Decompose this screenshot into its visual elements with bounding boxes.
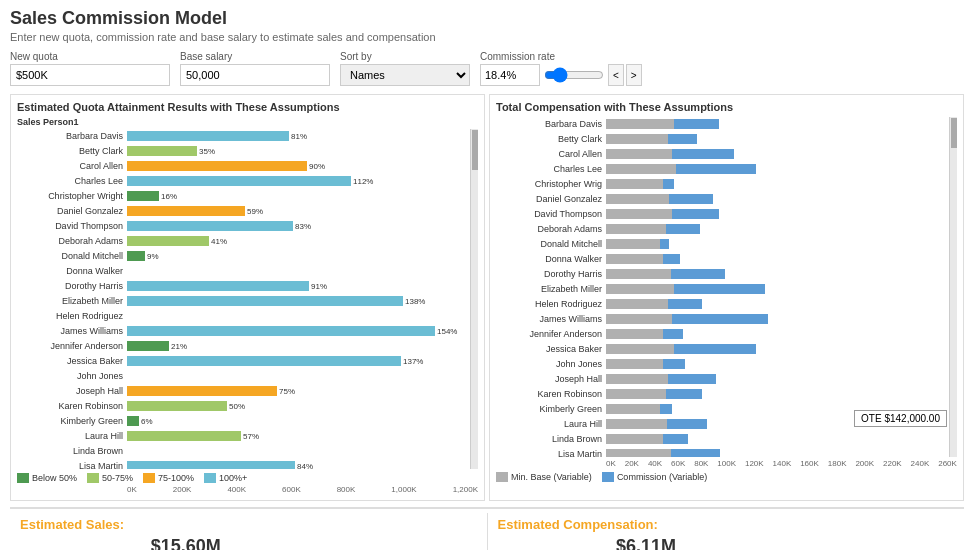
- bar-label: Karen Robinson: [17, 401, 127, 411]
- x-axis-label: 80K: [694, 459, 708, 468]
- bar-segment: [127, 146, 197, 156]
- x-axis-label: 100K: [717, 459, 736, 468]
- comp-blue-segment: [671, 449, 721, 457]
- comp-bar-area: [606, 118, 957, 130]
- bar-segment: [127, 221, 293, 231]
- legend-item: Commission (Variable): [602, 472, 707, 482]
- bar-segment: [127, 296, 403, 306]
- right-chart-scroll[interactable]: Barbara DavisBetty ClarkCarol AllenCharl…: [496, 117, 957, 457]
- comp-gray-segment: [606, 119, 674, 129]
- commission-prev-button[interactable]: <: [608, 64, 624, 86]
- comp-gray-segment: [606, 269, 671, 279]
- legend-item: Min. Base (Variable): [496, 472, 592, 482]
- table-row: David Thompson: [496, 207, 957, 221]
- comp-blue-segment: [676, 164, 755, 174]
- comp-blue-segment: [663, 329, 683, 339]
- bar-label: Daniel Gonzalez: [17, 206, 127, 216]
- table-row: Joseph Hall: [496, 372, 957, 386]
- left-chart-scroll[interactable]: Barbara Davis81%Betty Clark35%Carol Alle…: [17, 129, 478, 469]
- commission-next-button[interactable]: >: [626, 64, 642, 86]
- bar-area: 83%: [127, 220, 478, 232]
- table-row: Karen Robinson50%: [17, 399, 478, 413]
- bar-label: Barbara Davis: [17, 131, 127, 141]
- comp-bar-area: [606, 313, 957, 325]
- table-row: Charles Lee112%: [17, 174, 478, 188]
- commission-input[interactable]: [480, 64, 540, 86]
- bar-segment: [127, 416, 139, 426]
- comp-bar-label: Donald Mitchell: [496, 239, 606, 249]
- bar-label: Joseph Hall: [17, 386, 127, 396]
- left-chart-panel: Estimated Quota Attainment Results with …: [10, 94, 485, 501]
- bar-segment: [127, 236, 209, 246]
- comp-blue-segment: [660, 404, 671, 414]
- bar-segment: [127, 251, 145, 261]
- commission-slider[interactable]: [544, 67, 604, 83]
- table-row: Barbara Davis81%: [17, 129, 478, 143]
- bar-segment: [127, 161, 307, 171]
- bar-segment: [127, 191, 159, 201]
- bar-label: Kimberly Green: [17, 416, 127, 426]
- bar-area: 6%: [127, 415, 478, 427]
- bar-label: Jennifer Anderson: [17, 341, 127, 351]
- comp-bar-label: Barbara Davis: [496, 119, 606, 129]
- bar-area: 41%: [127, 235, 478, 247]
- comp-bar-label: Charles Lee: [496, 164, 606, 174]
- comp-gray-segment: [606, 449, 671, 457]
- comp-blue-segment: [672, 314, 768, 324]
- bar-pct: 81%: [291, 132, 307, 141]
- bar-pct: 9%: [147, 252, 159, 261]
- bar-segment: [127, 401, 227, 411]
- comp-gray-segment: [606, 329, 663, 339]
- base-salary-label: Base salary: [180, 51, 330, 62]
- comp-bar-area: [606, 328, 957, 340]
- bar-area: 154%: [127, 325, 478, 337]
- comp-bar-label: Deborah Adams: [496, 224, 606, 234]
- comp-blue-segment: [668, 299, 702, 309]
- table-row: James Williams154%: [17, 324, 478, 338]
- x-axis-label: 800K: [337, 485, 356, 494]
- new-quota-input[interactable]: [10, 64, 170, 86]
- legend-label: 75-100%: [158, 473, 194, 483]
- comp-bar-label: James Williams: [496, 314, 606, 324]
- table-row: Linda Brown: [496, 432, 957, 446]
- comp-bar-label: Christopher Wrig: [496, 179, 606, 189]
- bar-pct: 41%: [211, 237, 227, 246]
- table-row: Betty Clark35%: [17, 144, 478, 158]
- table-row: Christopher Wrig: [496, 177, 957, 191]
- comp-blue-segment: [667, 419, 707, 429]
- comp-blue-segment: [672, 149, 734, 159]
- bar-pct: 6%: [141, 417, 153, 426]
- table-row: Kimberly Green6%: [17, 414, 478, 428]
- bar-pct: 90%: [309, 162, 325, 171]
- base-salary-input[interactable]: [180, 64, 330, 86]
- table-row: Carol Allen90%: [17, 159, 478, 173]
- bar-pct: 59%: [247, 207, 263, 216]
- comp-bar-label: John Jones: [496, 359, 606, 369]
- bar-pct: 138%: [405, 297, 425, 306]
- table-row: Laura Hill57%: [17, 429, 478, 443]
- footer-right-title: Estimated Compensation:: [498, 517, 955, 532]
- comp-gray-segment: [606, 389, 666, 399]
- comp-blue-segment: [666, 224, 700, 234]
- x-axis-label: 200K: [855, 459, 874, 468]
- table-row: Joseph Hall75%: [17, 384, 478, 398]
- sales-value: $15.60M: [151, 536, 221, 550]
- right-legend: Min. Base (Variable)Commission (Variable…: [496, 472, 957, 482]
- x-axis-label: 1,200K: [453, 485, 478, 494]
- table-row: John Jones: [17, 369, 478, 383]
- comp-gray-segment: [606, 164, 676, 174]
- bar-segment: [127, 131, 289, 141]
- footer-right: Estimated Compensation: OTE (Variable) A…: [487, 513, 965, 550]
- comp-gray-segment: [606, 344, 674, 354]
- table-row: Helen Rodriguez: [17, 309, 478, 323]
- comp-bar-area: [606, 283, 957, 295]
- left-chart-title: Estimated Quota Attainment Results with …: [17, 101, 478, 113]
- bar-area: 21%: [127, 340, 478, 352]
- comp-blue-segment: [663, 434, 688, 444]
- bar-pct: 83%: [295, 222, 311, 231]
- bar-pct: 154%: [437, 327, 457, 336]
- comp-gray-segment: [606, 209, 672, 219]
- sort-select[interactable]: Names: [340, 64, 470, 86]
- comp-gray-segment: [606, 284, 674, 294]
- comp-gray-segment: [606, 419, 667, 429]
